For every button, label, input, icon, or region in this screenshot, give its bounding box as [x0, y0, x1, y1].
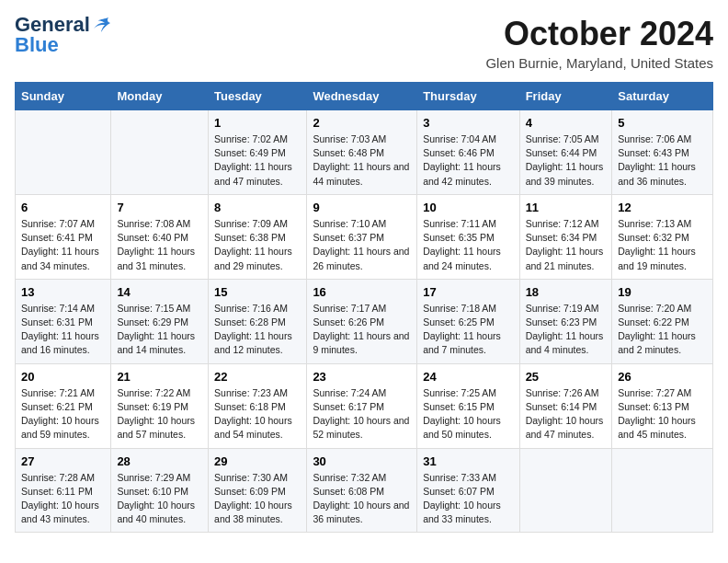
calendar-cell: 16 Sunrise: 7:17 AM Sunset: 6:26 PM Dayl… [307, 279, 417, 363]
daylight-text: Daylight: 11 hours and 42 minutes. [423, 161, 501, 186]
sunrise-text: Sunrise: 7:16 AM [214, 303, 288, 314]
calendar-week-row: 13 Sunrise: 7:14 AM Sunset: 6:31 PM Dayl… [16, 279, 713, 363]
day-number: 7 [117, 201, 202, 214]
day-number: 23 [313, 370, 411, 384]
calendar-cell: 1 Sunrise: 7:02 AM Sunset: 6:49 PM Dayli… [209, 110, 307, 195]
sunrise-text: Sunrise: 7:03 AM [313, 133, 386, 144]
sunrise-text: Sunrise: 7:29 AM [117, 472, 190, 483]
sunrise-text: Sunrise: 7:06 AM [618, 133, 691, 144]
day-number: 18 [526, 285, 607, 299]
day-info: Sunrise: 7:03 AM Sunset: 6:48 PM Dayligh… [313, 132, 411, 189]
calendar-cell: 11 Sunrise: 7:12 AM Sunset: 6:34 PM Dayl… [519, 194, 612, 279]
col-sunday: Sunday [16, 83, 111, 110]
day-info: Sunrise: 7:02 AM Sunset: 6:49 PM Dayligh… [214, 132, 301, 189]
sunset-text: Sunset: 6:34 PM [526, 232, 597, 243]
daylight-text: Daylight: 11 hours and 44 minutes. [313, 161, 409, 186]
sunset-text: Sunset: 6:23 PM [526, 316, 597, 327]
sunset-text: Sunset: 6:19 PM [117, 401, 188, 412]
day-number: 29 [214, 454, 301, 468]
sunset-text: Sunset: 6:25 PM [423, 316, 495, 327]
sunset-text: Sunset: 6:37 PM [313, 232, 384, 243]
daylight-text: Daylight: 10 hours and 50 minutes. [423, 415, 501, 440]
daylight-text: Daylight: 10 hours and 52 minutes. [313, 415, 409, 440]
sunset-text: Sunset: 6:41 PM [21, 232, 93, 243]
daylight-text: Daylight: 10 hours and 43 minutes. [21, 500, 99, 524]
sunset-text: Sunset: 6:35 PM [423, 232, 495, 243]
calendar-cell: 13 Sunrise: 7:14 AM Sunset: 6:31 PM Dayl… [16, 279, 111, 363]
calendar-cell: 6 Sunrise: 7:07 AM Sunset: 6:41 PM Dayli… [16, 194, 111, 279]
sunrise-text: Sunrise: 7:18 AM [423, 303, 496, 314]
sunrise-text: Sunrise: 7:05 AM [526, 133, 599, 144]
daylight-text: Daylight: 10 hours and 36 minutes. [313, 500, 409, 524]
sunrise-text: Sunrise: 7:15 AM [117, 303, 190, 314]
calendar-cell: 28 Sunrise: 7:29 AM Sunset: 6:10 PM Dayl… [111, 448, 209, 533]
daylight-text: Daylight: 11 hours and 19 minutes. [618, 246, 696, 270]
calendar-cell [16, 110, 111, 195]
sunrise-text: Sunrise: 7:07 AM [21, 218, 95, 229]
day-info: Sunrise: 7:24 AM Sunset: 6:17 PM Dayligh… [313, 386, 411, 442]
daylight-text: Daylight: 11 hours and 7 minutes. [423, 330, 501, 355]
day-info: Sunrise: 7:29 AM Sunset: 6:10 PM Dayligh… [117, 471, 202, 527]
day-number: 13 [21, 285, 105, 299]
day-info: Sunrise: 7:16 AM Sunset: 6:28 PM Dayligh… [214, 302, 301, 358]
day-number: 30 [313, 454, 411, 468]
day-info: Sunrise: 7:12 AM Sunset: 6:34 PM Dayligh… [526, 217, 607, 273]
calendar-cell: 21 Sunrise: 7:22 AM Sunset: 6:19 PM Dayl… [111, 363, 209, 448]
sunrise-text: Sunrise: 7:23 AM [214, 387, 288, 398]
sunset-text: Sunset: 6:14 PM [526, 401, 597, 412]
calendar-cell: 12 Sunrise: 7:13 AM Sunset: 6:32 PM Dayl… [612, 194, 713, 279]
sunset-text: Sunset: 6:21 PM [21, 401, 93, 412]
calendar-cell: 18 Sunrise: 7:19 AM Sunset: 6:23 PM Dayl… [519, 279, 612, 363]
sunset-text: Sunset: 6:48 PM [313, 147, 384, 158]
sunset-text: Sunset: 6:26 PM [313, 316, 384, 327]
day-number: 22 [214, 370, 301, 384]
logo-bird-icon [92, 17, 110, 32]
col-wednesday: Wednesday [307, 83, 417, 110]
sunrise-text: Sunrise: 7:20 AM [618, 303, 691, 314]
day-info: Sunrise: 7:08 AM Sunset: 6:40 PM Dayligh… [117, 217, 202, 273]
daylight-text: Daylight: 11 hours and 2 minutes. [618, 330, 696, 355]
sunrise-text: Sunrise: 7:10 AM [313, 218, 386, 229]
sunrise-text: Sunrise: 7:12 AM [526, 218, 599, 229]
sunrise-text: Sunrise: 7:17 AM [313, 303, 386, 314]
calendar-cell: 5 Sunrise: 7:06 AM Sunset: 6:43 PM Dayli… [612, 110, 713, 195]
calendar-header-row: Sunday Monday Tuesday Wednesday Thursday… [16, 83, 713, 110]
sunrise-text: Sunrise: 7:33 AM [423, 472, 496, 483]
day-info: Sunrise: 7:06 AM Sunset: 6:43 PM Dayligh… [618, 132, 707, 189]
day-number: 1 [214, 116, 301, 130]
daylight-text: Daylight: 11 hours and 31 minutes. [117, 246, 195, 270]
day-number: 24 [423, 370, 513, 384]
calendar-week-row: 6 Sunrise: 7:07 AM Sunset: 6:41 PM Dayli… [16, 194, 713, 279]
sunrise-text: Sunrise: 7:08 AM [117, 218, 190, 229]
calendar-cell: 14 Sunrise: 7:15 AM Sunset: 6:29 PM Dayl… [111, 279, 209, 363]
daylight-text: Daylight: 11 hours and 14 minutes. [117, 330, 195, 355]
day-number: 26 [618, 370, 707, 384]
sunrise-text: Sunrise: 7:14 AM [21, 303, 95, 314]
sunset-text: Sunset: 6:44 PM [526, 147, 597, 158]
page-header: General Blue October 2024 Glen Burnie, M… [15, 15, 713, 71]
day-number: 28 [117, 454, 202, 468]
calendar-cell: 29 Sunrise: 7:30 AM Sunset: 6:09 PM Dayl… [209, 448, 307, 533]
sunrise-text: Sunrise: 7:19 AM [526, 303, 599, 314]
day-info: Sunrise: 7:15 AM Sunset: 6:29 PM Dayligh… [117, 302, 202, 358]
day-info: Sunrise: 7:25 AM Sunset: 6:15 PM Dayligh… [423, 386, 513, 442]
sunset-text: Sunset: 6:09 PM [214, 486, 286, 497]
sunset-text: Sunset: 6:22 PM [618, 316, 689, 327]
calendar-cell: 8 Sunrise: 7:09 AM Sunset: 6:38 PM Dayli… [209, 194, 307, 279]
day-info: Sunrise: 7:33 AM Sunset: 6:07 PM Dayligh… [423, 471, 513, 527]
daylight-text: Daylight: 10 hours and 45 minutes. [618, 415, 696, 440]
day-info: Sunrise: 7:11 AM Sunset: 6:35 PM Dayligh… [423, 217, 513, 273]
day-number: 12 [618, 201, 707, 214]
daylight-text: Daylight: 10 hours and 54 minutes. [214, 415, 292, 440]
sunset-text: Sunset: 6:07 PM [423, 486, 495, 497]
day-info: Sunrise: 7:07 AM Sunset: 6:41 PM Dayligh… [21, 217, 105, 273]
day-info: Sunrise: 7:10 AM Sunset: 6:37 PM Dayligh… [313, 217, 411, 273]
sunrise-text: Sunrise: 7:21 AM [21, 387, 95, 398]
sunset-text: Sunset: 6:28 PM [214, 316, 286, 327]
daylight-text: Daylight: 11 hours and 12 minutes. [214, 330, 292, 355]
sunset-text: Sunset: 6:43 PM [618, 147, 689, 158]
daylight-text: Daylight: 11 hours and 9 minutes. [313, 330, 409, 355]
calendar-cell: 26 Sunrise: 7:27 AM Sunset: 6:13 PM Dayl… [612, 363, 713, 448]
day-number: 27 [21, 454, 105, 468]
sunrise-text: Sunrise: 7:09 AM [214, 218, 288, 229]
